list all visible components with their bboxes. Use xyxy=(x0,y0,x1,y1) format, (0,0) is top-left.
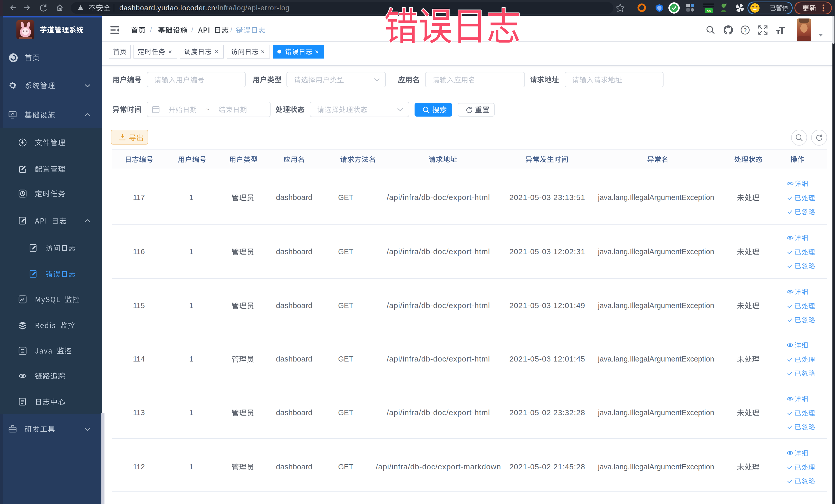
svg-text:on: on xyxy=(707,9,711,13)
svg-text:?: ? xyxy=(744,27,747,33)
